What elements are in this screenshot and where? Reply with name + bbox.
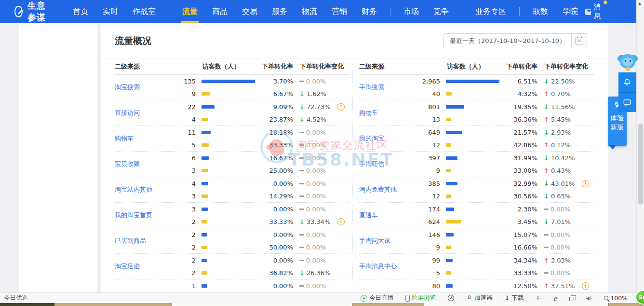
- notification-dot: [604, 0, 607, 4]
- visitor-bar: [201, 271, 207, 275]
- statusbar-gauge[interactable]: [448, 295, 454, 301]
- nav-item-取数[interactable]: 取数: [525, 0, 555, 23]
- source-link[interactable]: 宝贝收藏: [115, 160, 173, 168]
- gauge-icon: [448, 295, 454, 301]
- warning-icon[interactable]: !: [582, 180, 589, 187]
- scrollbar[interactable]: ▲: [636, 0, 644, 292]
- source-link[interactable]: 淘内免费其他: [359, 185, 417, 194]
- statusbar-speaker[interactable]: ◀): [586, 296, 592, 301]
- statusbar-rocket-加速器[interactable]: 加速器: [466, 294, 493, 302]
- change-value: 1.62%: [307, 90, 326, 97]
- nav-item-市场[interactable]: 市场: [396, 0, 426, 23]
- source-link[interactable]: 直接访问: [115, 109, 173, 117]
- statusbar-item-label: 100%: [610, 294, 628, 302]
- visitor-bar-cell: [196, 143, 259, 147]
- table-row: 淘宝搜索1353.70%0.00%96.67%↓1.62%: [115, 75, 350, 100]
- date-range-picker[interactable]: 最近一天（2017-10-10~2017-10-10） 15: [443, 33, 587, 48]
- conversion-change: 0.00%: [293, 154, 337, 162]
- up-arrow-icon: ↑: [544, 167, 549, 174]
- flat-dash-icon: [299, 234, 304, 236]
- conversion-change: 0.00%: [537, 269, 582, 277]
- statusbar-flag[interactable]: ⚐: [536, 295, 541, 302]
- date-range-text: 最近一天（2017-10-10~2017-10-10）: [444, 34, 571, 48]
- source-link[interactable]: 淘宝站内其他: [115, 185, 173, 194]
- conversion-rate: 0.00%: [259, 231, 293, 238]
- phone-icon: [405, 295, 410, 302]
- conversion-change: ↑37.51%: [537, 282, 582, 290]
- statusbar-magnifier-100%[interactable]: 100%: [604, 294, 628, 302]
- nav-item-物流[interactable]: 物流: [295, 0, 324, 23]
- nav-item-实时[interactable]: 实时: [95, 0, 125, 23]
- table-header-row: 二级来源访客数（人）下单转化率下单转化率变化: [115, 58, 350, 75]
- source-link[interactable]: 我的淘宝首页: [115, 211, 173, 220]
- up-arrow-icon: ↑: [544, 283, 549, 289]
- conversion-change: ↓1.62%: [293, 90, 337, 97]
- down-arrow-icon: ↓: [299, 116, 305, 123]
- change-value: 0.00%: [306, 154, 326, 162]
- visitor-count: 397: [417, 154, 440, 162]
- visitor-bar-cell: [440, 246, 504, 249]
- visitor-bar: [446, 105, 464, 109]
- statusbar-download-下载[interactable]: ↓下载: [505, 294, 524, 302]
- flag-icon: ⚐: [536, 295, 541, 302]
- brand[interactable]: 生意参谋: [14, 0, 51, 23]
- visitor-bar: [446, 182, 457, 185]
- feedback-button[interactable]: [618, 92, 636, 112]
- change-value: 72.73%: [307, 103, 331, 111]
- visitor-bar-cell: [440, 195, 504, 198]
- conversion-change: 0.00%: [293, 244, 337, 251]
- change-value: 0.65%: [551, 193, 571, 200]
- nav-item-首页[interactable]: 首页: [66, 0, 95, 23]
- statusbar-phone-跨屏浏览[interactable]: 跨屏浏览: [405, 294, 436, 302]
- source-link[interactable]: 我的淘宝: [359, 134, 417, 143]
- visitor-bar: [446, 156, 457, 160]
- source-link[interactable]: 已买到商品: [115, 236, 173, 245]
- warning-icon[interactable]: !: [337, 218, 345, 225]
- calendar-button[interactable]: 15: [571, 34, 587, 48]
- nav-item-营销[interactable]: 营销: [324, 0, 354, 23]
- scrollbar-thumb[interactable]: [638, 124, 643, 205]
- screen: 生意参谋 首页实时作战室流量商品交易服务物流营销财务市场竞争业务专区取数学院 消…: [0, 0, 644, 306]
- nav-item-流量[interactable]: 流量: [175, 0, 205, 23]
- nav-item-商品[interactable]: 商品: [205, 0, 235, 23]
- visitor-bar-cell: [196, 195, 259, 198]
- nav-divider: [169, 7, 169, 16]
- source-link[interactable]: 手淘旺信: [359, 160, 417, 168]
- conversion-change: 0.00%: [293, 167, 337, 174]
- warning-icon[interactable]: !: [582, 282, 589, 290]
- statusbar-ie[interactable]: e: [553, 294, 557, 302]
- visitor-count: 4: [173, 180, 196, 187]
- source-link[interactable]: 淘宝搜索: [115, 83, 173, 92]
- source-link[interactable]: 购物车: [115, 134, 173, 143]
- notifications-button[interactable]: [618, 72, 636, 92]
- nav-item-竞争[interactable]: 竞争: [426, 0, 456, 23]
- messages-button[interactable]: 消息: [585, 2, 604, 21]
- nav-item-业务专区[interactable]: 业务专区: [468, 0, 513, 23]
- source-link[interactable]: 手淘搜索: [359, 83, 417, 92]
- nav-item-作战室[interactable]: 作战室: [125, 0, 163, 23]
- nav-item-交易[interactable]: 交易: [235, 0, 265, 23]
- statusbar-window[interactable]: [569, 295, 574, 301]
- source-link[interactable]: 手淘问大家: [359, 236, 417, 245]
- warning-icon[interactable]: !: [337, 103, 345, 111]
- flat-dash-icon: [299, 260, 304, 261]
- nav-item-财务[interactable]: 财务: [354, 0, 384, 23]
- scroll-up-arrow[interactable]: ▲: [638, 1, 641, 6]
- conversion-change: ↓11.56%: [537, 103, 582, 111]
- nav-item-服务[interactable]: 服务: [265, 0, 295, 23]
- source-link[interactable]: 直通车: [359, 211, 417, 220]
- visitor-count: 9: [417, 244, 440, 251]
- change-value: 0.70%: [551, 90, 571, 97]
- sidebar: [19, 23, 97, 292]
- brand-logo-icon: [14, 6, 23, 17]
- source-link[interactable]: 购物车: [359, 109, 417, 117]
- conversion-rate: 2.30%: [504, 206, 537, 213]
- source-link[interactable]: 淘宝足迹: [115, 262, 173, 271]
- down-arrow-icon: ↓: [299, 219, 305, 225]
- conversion-change: 0.00%: [293, 129, 337, 136]
- statusbar-play-circle-今日直播[interactable]: ▶今日直播: [361, 294, 393, 302]
- visitor-bar: [446, 220, 461, 223]
- source-link[interactable]: 手淘消息中心: [359, 262, 417, 271]
- table-row: 8012.50%↑37.51%!: [359, 279, 594, 292]
- nav-item-学院[interactable]: 学院: [555, 0, 585, 23]
